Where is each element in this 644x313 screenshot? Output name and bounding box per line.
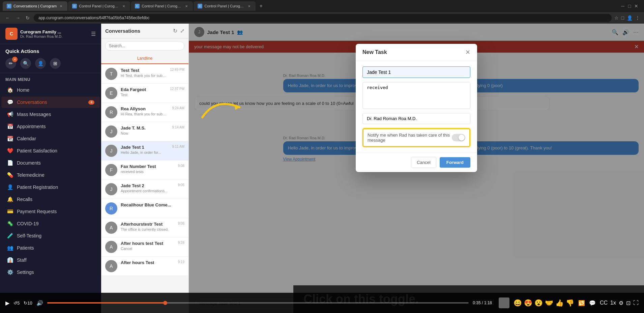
conv-expand-icon[interactable]: ⤢ [180,28,184,34]
fullscreen-icon[interactable]: ⛶ [633,300,639,306]
tab-4-close[interactable]: ✕ [247,4,252,8]
forward-button[interactable]: → [14,15,22,21]
close-button[interactable]: ✕ [634,4,639,8]
sidebar-item-appointments[interactable]: 📅 Appointments [1,121,100,132]
conv-item-time: 9:14 AM [172,125,184,129]
list-item[interactable]: A After hours Test 9:19 [101,257,188,276]
compose-icon[interactable]: ✏ 4 [5,58,16,69]
list-item[interactable]: A Afterhourstestr Test The office is cur… [101,218,188,237]
loop-icon[interactable]: 🔁 [578,300,585,306]
play-button[interactable]: ▶ [5,300,9,306]
sidebar-item-conversations[interactable]: 💬 Conversations 4 [1,96,100,108]
notify-toggle[interactable] [452,134,465,141]
emoji-hands[interactable]: 🤝 [545,299,553,307]
list-item[interactable]: A After hours test Test Cancel 9:28 [101,237,188,257]
modal-assignee-select[interactable]: Dr. Rad Roman Roa M.D. [362,113,470,124]
sidebar-item-covid[interactable]: 🦠 COVID-19 [1,218,100,229]
extensions-icon[interactable]: □ [621,15,624,21]
url-input[interactable] [34,14,612,22]
sidebar-item-documents[interactable]: 📄 Documents [1,157,100,169]
rewind-button[interactable]: ↺5 [13,301,20,306]
emoji-heart[interactable]: 😍 [524,299,532,307]
tab-3-close[interactable]: ✕ [184,4,189,8]
search-icon[interactable]: 🔍 [20,58,31,69]
sidebar-item-payment-requests[interactable]: 💳 Payment Requests [1,206,100,217]
emoji-laugh[interactable]: 😄 [514,299,522,307]
app-container: C Curogram Family ... Dr. Rad Roman Roa … [0,24,644,313]
sidebar-item-recalls[interactable]: 🔔 Recalls [1,194,100,205]
sidebar-item-telemedicine[interactable]: 💊 Telemedicine [1,169,100,181]
cancel-button[interactable]: Cancel [411,157,436,168]
list-item[interactable]: J Jade Test 1 Hello Jade, in order for..… [101,141,188,161]
list-item[interactable]: R Recallhour Blue Come... [101,199,188,218]
list-item[interactable]: T Test Test Hi Test, thank you for submi… [101,64,188,84]
star-icon[interactable]: ☆ [614,15,619,21]
sidebar-item-mass-messages[interactable]: 📢 Mass Messages [1,109,100,120]
conversation-search-input[interactable] [105,41,184,51]
emoji-surprised[interactable]: 😮 [534,299,543,307]
modal-description-textarea[interactable]: received [362,82,470,109]
tab-1-close[interactable]: ✕ [59,4,63,8]
speed-icon[interactable]: 1x [610,300,616,306]
quick-actions-section: Quick Actions ✏ 4 🔍 👤 ⊞ [0,44,101,73]
appointments-icon: 📅 [7,123,13,130]
back-button[interactable]: ← [4,15,11,21]
modal-footer: Cancel Forward [356,152,477,172]
conv-item-info: Rea Allyson Hi Rea, thank you for submit… [121,106,169,116]
conv-item-time: 9:08 [178,222,184,225]
modal-close-button[interactable]: ✕ [465,49,470,55]
mass-messages-icon: 📢 [7,111,13,117]
sidebar-item-patients[interactable]: 👥 Patients [1,242,100,254]
modal-header: New Task ✕ [356,44,477,61]
reload-button[interactable]: ↻ [24,15,31,21]
conv-refresh-icon[interactable]: ↻ [173,28,177,34]
volume-button[interactable]: 🔊 [36,300,43,306]
comment-icon[interactable]: 💬 [589,300,596,306]
progress-bar[interactable] [47,302,469,304]
sidebar-item-settings[interactable]: ⚙️ Settings [1,266,100,278]
list-item[interactable]: J Jade Test 2 Appointment confirmations.… [101,180,188,199]
profile-icon[interactable]: 👤 [627,15,633,21]
minimize-button[interactable]: ─ [620,4,625,8]
sidebar-item-home[interactable]: 🏠 Home [1,84,100,96]
tab-4[interactable]: C Control Panel | Curogram ✕ [194,1,256,11]
video-controls: ▶ ↺5 ↻10 🔊 0:35 / 1:18 😄 😍 😮 🤝 👍 👎 🔁 💬 C… [0,293,644,313]
avatar: A [105,241,117,253]
add-patient-icon[interactable]: 👤 [35,58,46,69]
sidebar-menu-icon[interactable]: ☰ [91,31,96,37]
tab-3[interactable]: C Control Panel | Curogram ✕ [131,1,193,11]
list-item[interactable]: J Jade T. M.S. Now 9:14 AM [101,122,188,141]
sidebar-item-staff[interactable]: 👔 Staff [1,254,100,266]
filter-icon[interactable]: ⊞ [50,58,61,69]
sidebar-item-self-testing[interactable]: 🧪 Self-Testing [1,230,100,241]
sidebar-item-calendar[interactable]: 📆 Calendar [1,133,100,144]
maximize-button[interactable]: □ [627,4,632,8]
tab-2-close[interactable]: ✕ [121,4,126,8]
conv-item-preview: Test [121,93,167,97]
list-item[interactable]: E Eda Fargeot Test 12:37 PM [101,84,188,103]
list-item[interactable]: R Rea Allyson Hi Rea, thank you for subm… [101,103,188,122]
pip-icon[interactable]: ⊡ [626,300,631,306]
menu-icon[interactable]: ⋮ [635,15,640,21]
forward-button[interactable]: Forward [440,157,470,168]
tab-1[interactable]: C Conversations | Curogram ✕ [3,1,67,11]
captions-icon[interactable]: CC [600,300,608,306]
conv-item-info: Jade T. M.S. Now [121,125,169,135]
modal-patient-input[interactable] [362,66,470,78]
tab-landline[interactable]: Landline [101,53,188,64]
settings-icon[interactable]: ⚙ [619,300,623,306]
avatar: F [105,164,117,176]
list-item[interactable]: F Fax Number Test received tests 9:08 [101,161,188,180]
quick-actions-icons: ✏ 4 🔍 👤 ⊞ [5,58,96,69]
conv-item-info: After hours Test [121,260,175,266]
sidebar-item-patient-registration-label: Patient Registration [17,184,58,190]
tab-2[interactable]: C Control Panel | Curogram ✕ [68,1,130,11]
emoji-thumbsdown[interactable]: 👎 [566,299,574,307]
emoji-thumbsup[interactable]: 👍 [555,299,564,307]
new-tab-button[interactable]: + [256,1,266,11]
fast-forward-button[interactable]: ↻10 [24,301,32,306]
sidebar-item-patient-satisfaction[interactable]: ❤️ Patient Satisfaction [1,145,100,156]
sidebar-item-patient-registration[interactable]: 👤 Patient Registration [1,181,100,193]
conversations-icon: 💬 [7,99,13,105]
sidebar-item-staff-label: Staff [17,257,27,263]
